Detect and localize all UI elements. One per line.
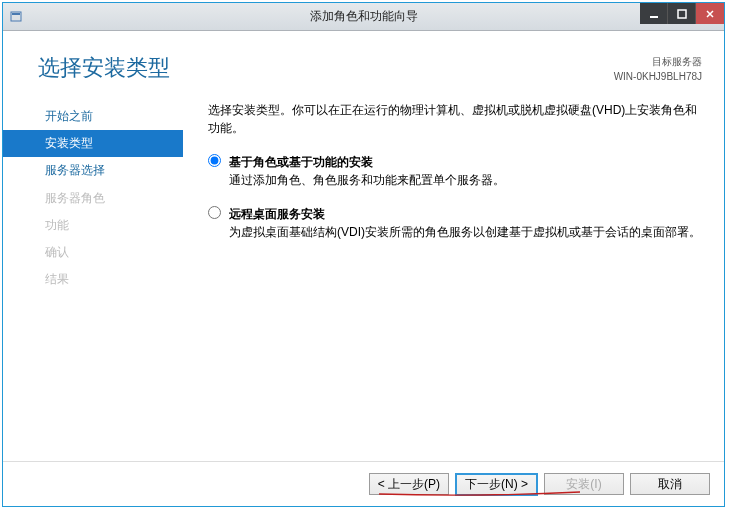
option-role-based-desc: 通过添加角色、角色服务和功能来配置单个服务器。 xyxy=(229,171,704,189)
titlebar: 添加角色和功能向导 xyxy=(3,3,724,31)
svg-rect-2 xyxy=(650,16,658,18)
wizard-window: 添加角色和功能向导 选择安装类型 目标服务器 WIN-0KHJ9BLH78J 开… xyxy=(2,2,725,507)
intro-text: 选择安装类型。你可以在正在运行的物理计算机、虚拟机或脱机虚拟硬盘(VHD)上安装… xyxy=(208,101,704,137)
footer: < 上一步(P) 下一步(N) > 安装(I) 取消 xyxy=(3,461,724,506)
next-button[interactable]: 下一步(N) > xyxy=(455,473,538,496)
main-content: 选择安装类型。你可以在正在运行的物理计算机、虚拟机或脱机虚拟硬盘(VHD)上安装… xyxy=(208,101,704,257)
target-server-label: 目标服务器 xyxy=(614,55,702,69)
sidebar-item-features: 功能 xyxy=(3,212,183,239)
cancel-button[interactable]: 取消 xyxy=(630,473,710,495)
window-title: 添加角色和功能向导 xyxy=(310,8,418,25)
radio-rds[interactable] xyxy=(208,206,221,219)
install-button: 安装(I) xyxy=(544,473,624,495)
sidebar-item-before-begin[interactable]: 开始之前 xyxy=(3,103,183,130)
option-rds-desc: 为虚拟桌面基础结构(VDI)安装所需的角色服务以创建基于虚拟机或基于会话的桌面部… xyxy=(229,223,704,241)
minimize-button[interactable] xyxy=(640,3,668,24)
svg-rect-3 xyxy=(678,10,686,18)
sidebar-item-server-selection[interactable]: 服务器选择 xyxy=(3,157,183,184)
sidebar-item-server-roles: 服务器角色 xyxy=(3,185,183,212)
option-rds[interactable]: 远程桌面服务安装 为虚拟桌面基础结构(VDI)安装所需的角色服务以创建基于虚拟机… xyxy=(208,205,704,241)
target-server-value: WIN-0KHJ9BLH78J xyxy=(614,71,702,82)
sidebar: 开始之前 安装类型 服务器选择 服务器角色 功能 确认 结果 xyxy=(3,103,183,293)
maximize-button[interactable] xyxy=(668,3,696,24)
sidebar-item-confirm: 确认 xyxy=(3,239,183,266)
window-controls xyxy=(640,3,724,24)
target-server-info: 目标服务器 WIN-0KHJ9BLH78J xyxy=(614,55,702,82)
option-rds-title: 远程桌面服务安装 xyxy=(229,205,704,223)
app-icon xyxy=(9,9,25,25)
sidebar-item-results: 结果 xyxy=(3,266,183,293)
prev-button[interactable]: < 上一步(P) xyxy=(369,473,449,495)
page-title: 选择安装类型 xyxy=(38,53,170,83)
option-role-based-title: 基于角色或基于功能的安装 xyxy=(229,153,704,171)
option-role-based[interactable]: 基于角色或基于功能的安装 通过添加角色、角色服务和功能来配置单个服务器。 xyxy=(208,153,704,189)
svg-rect-1 xyxy=(12,13,20,15)
radio-role-based[interactable] xyxy=(208,154,221,167)
close-button[interactable] xyxy=(696,3,724,24)
sidebar-item-install-type[interactable]: 安装类型 xyxy=(3,130,183,157)
